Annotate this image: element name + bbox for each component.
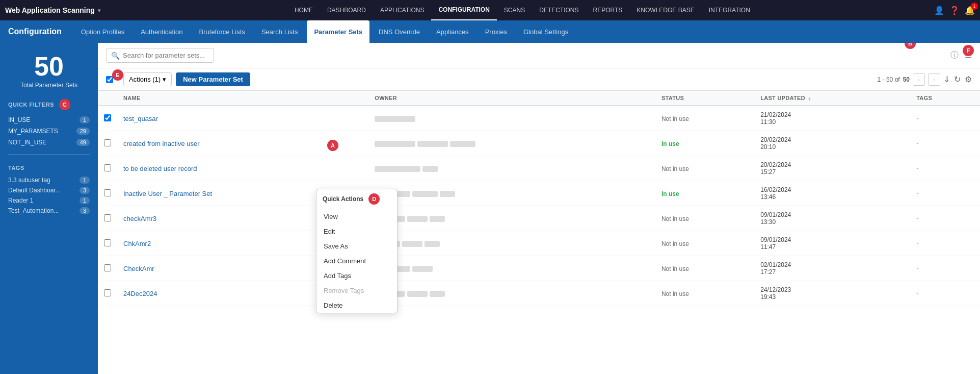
col-status[interactable]: STATUS <box>655 91 754 106</box>
col-name[interactable]: NAME <box>117 91 368 106</box>
row-checkbox[interactable] <box>104 264 111 271</box>
row-name-link[interactable]: to be deleted user record <box>123 165 197 172</box>
qa-view[interactable]: View <box>316 209 397 224</box>
actions-chevron: ▾ <box>163 76 166 83</box>
main-nav: HOME DASHBOARD APPLICATIONS CONFIGURATIO… <box>113 0 932 20</box>
tag-subuser[interactable]: 3.3 subuser tag 1 <box>8 175 90 185</box>
nav-dashboard[interactable]: DASHBOARD <box>320 0 373 20</box>
row-updated: 09/01/202413:30 <box>754 206 910 231</box>
tab-authentication[interactable]: Authentication <box>134 20 190 43</box>
row-updated: 02/01/202417:27 <box>754 256 910 281</box>
help-icon[interactable]: ❓ <box>949 6 960 15</box>
nav-detections[interactable]: DETECTIONS <box>532 0 586 20</box>
tab-dns-override[interactable]: DNS Override <box>372 20 427 43</box>
row-name-link[interactable]: Inactive User _ Parameter Set <box>123 190 212 197</box>
row-tags: - <box>910 256 980 281</box>
row-updated: 20/02/202420:10 <box>754 131 910 156</box>
notification-area[interactable]: 🔔 1 <box>965 6 975 15</box>
tab-bruteforce-lists[interactable]: Bruteforce Lists <box>192 20 252 43</box>
nav-reports[interactable]: REPORTS <box>586 0 630 20</box>
row-name-link[interactable]: test_quasar <box>123 115 158 122</box>
filter-not-in-use[interactable]: NOT_IN_USE 49 <box>8 137 90 148</box>
nav-applications[interactable]: APPLICATIONS <box>373 0 431 20</box>
row-owner <box>368 231 655 256</box>
download-icon[interactable]: ⇓ <box>943 74 950 84</box>
next-page-button[interactable]: › <box>928 73 940 86</box>
tag-reader[interactable]: Reader 1 1 <box>8 195 90 206</box>
tag-default-dashboard[interactable]: Default Dashboar... 3 <box>8 185 90 195</box>
tab-search-lists[interactable]: Search Lists <box>254 20 305 43</box>
table-row: 24Dec2024Not in use24/12/202319:43- <box>98 281 980 306</box>
prev-page-button[interactable]: ‹ <box>913 73 925 86</box>
quick-actions-header: Quick Actions D <box>316 189 397 209</box>
annotation-d: D <box>368 193 380 205</box>
new-parameter-set-button[interactable]: New Parameter Set A <box>176 72 250 86</box>
annotation-b: B <box>905 43 916 49</box>
row-status: In use <box>655 181 754 206</box>
nav-configuration[interactable]: CONFIGURATION <box>431 0 496 20</box>
search-wrapper: 🔍 B <box>106 48 946 63</box>
settings-icon[interactable]: ⚙ <box>965 74 972 84</box>
filter-in-use[interactable]: IN_USE 1 <box>8 114 90 126</box>
qa-add-comment[interactable]: Add Comment <box>316 254 397 268</box>
user-icon[interactable]: 👤 <box>934 6 944 15</box>
nav-integration[interactable]: INTEGRATION <box>702 0 757 20</box>
row-name-link[interactable]: checkAmr3 <box>123 215 156 222</box>
quick-filters-title: QUICK FILTERS C <box>8 99 90 110</box>
nav-knowledge-base[interactable]: KNOWLEDGE BASE <box>629 0 701 20</box>
row-owner <box>368 156 655 181</box>
row-checkbox[interactable] <box>104 139 111 146</box>
row-name-link[interactable]: 24Dec2024 <box>123 290 157 297</box>
col-checkbox <box>98 91 117 106</box>
tag-test-automation[interactable]: Test_Automation... 3 <box>8 206 90 216</box>
row-tags: - <box>910 181 980 206</box>
row-checkbox[interactable] <box>104 114 111 121</box>
refresh-icon[interactable]: ↻ <box>954 74 961 84</box>
row-checkbox[interactable] <box>104 239 111 246</box>
row-checkbox[interactable] <box>104 189 111 196</box>
nav-home[interactable]: HOME <box>287 0 320 20</box>
tab-global-settings[interactable]: Global Settings <box>516 20 575 43</box>
table-row: created from inactive userIn use20/02/20… <box>98 131 980 156</box>
search-bar: 🔍 B ⓘ ☰ F <box>98 43 980 68</box>
row-owner <box>368 206 655 231</box>
pagination-info: 1 - 50 of 50 ‹ › ⇓ ↻ ⚙ <box>878 73 972 86</box>
row-owner <box>368 131 655 156</box>
row-tags: - <box>910 106 980 131</box>
tab-parameter-sets[interactable]: Parameter Sets <box>307 20 369 43</box>
row-name-link[interactable]: created from inactive user <box>123 140 200 147</box>
row-name-link[interactable]: ChkAmr2 <box>123 240 151 247</box>
row-owner <box>368 256 655 281</box>
qa-add-tags[interactable]: Add Tags <box>316 268 397 283</box>
nav-scans[interactable]: SCANS <box>497 0 532 20</box>
total-count: 50 <box>8 53 90 80</box>
row-checkbox[interactable] <box>104 214 111 221</box>
search-help-icon[interactable]: ⓘ <box>950 50 959 61</box>
col-tags[interactable]: TAGS <box>910 91 980 106</box>
row-checkbox[interactable] <box>104 164 111 171</box>
app-title[interactable]: Web Application Scanning ▾ <box>5 6 100 14</box>
col-owner[interactable]: OWNER <box>368 91 655 106</box>
row-checkbox[interactable] <box>104 289 111 296</box>
row-name: to be deleted user record <box>117 156 368 181</box>
qa-save-as[interactable]: Save As <box>316 239 397 254</box>
annotation-f: F <box>963 45 974 56</box>
row-tags: - <box>910 156 980 181</box>
actions-button[interactable]: Actions (1) ▾ <box>123 72 172 86</box>
app-title-chevron[interactable]: ▾ <box>98 8 100 13</box>
main-layout: 50 Total Parameter Sets QUICK FILTERS C … <box>0 43 980 374</box>
col-last-updated[interactable]: LAST UPDATED ↓ <box>754 91 910 106</box>
row-status: Not in use <box>655 156 754 181</box>
qa-edit[interactable]: Edit <box>316 224 397 239</box>
parameter-sets-table: NAME OWNER STATUS LAST UPDATED ↓ TAGS te… <box>98 91 980 374</box>
tab-proxies[interactable]: Proxies <box>478 20 514 43</box>
pagination-range: 1 - 50 of <box>878 76 900 83</box>
row-owner <box>368 181 655 206</box>
tab-appliances[interactable]: Appliances <box>429 20 476 43</box>
search-input[interactable] <box>106 48 214 63</box>
qa-delete[interactable]: Delete <box>316 298 397 313</box>
row-name-link[interactable]: CheckAmr <box>123 265 154 272</box>
filter-my-paramsets[interactable]: MY_PARAMSETS 29 <box>8 126 90 137</box>
toolbar: E Actions (1) ▾ New Parameter Set A 1 - … <box>98 68 980 91</box>
tab-option-profiles[interactable]: Option Profiles <box>74 20 131 43</box>
